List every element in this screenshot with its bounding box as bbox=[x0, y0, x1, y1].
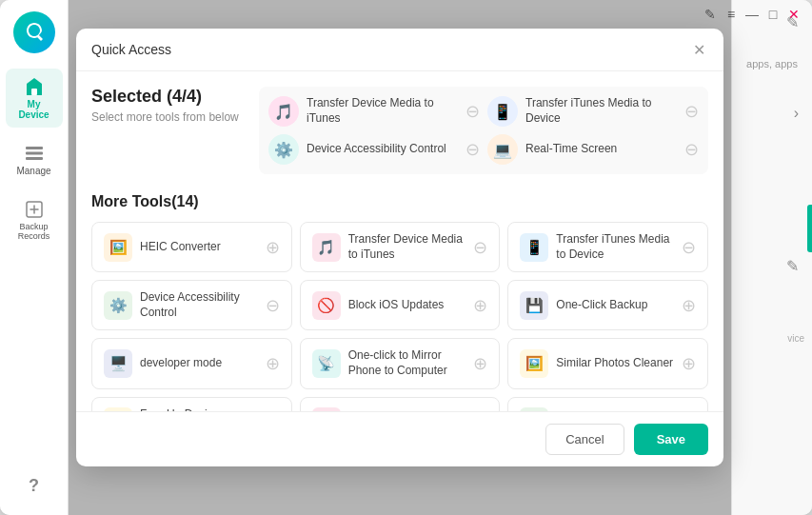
remove-tool-1-btn[interactable]: ⊖ bbox=[684, 101, 699, 122]
remove-tool-3-btn[interactable]: ⊖ bbox=[684, 139, 699, 160]
tool-icon-backup: 💾 bbox=[520, 291, 548, 320]
selected-tool-icon-toggle: ⚙️ bbox=[268, 134, 299, 165]
tool-icon-music2: 🎵 bbox=[312, 233, 341, 262]
svg-rect-2 bbox=[26, 152, 43, 155]
tool-remove-3-btn[interactable]: ⊖ bbox=[266, 295, 280, 316]
modal-close-button[interactable]: ✕ bbox=[689, 40, 708, 59]
right-panel: ✎ › apps, apps ✎ vice bbox=[731, 0, 812, 515]
sidebar-item-backup-records[interactable]: Backup Records bbox=[6, 191, 63, 248]
tool-item-developer-mode[interactable]: 🖥️ developer mode ⊕ bbox=[91, 338, 292, 388]
selected-section: Selected (4/4) Select more tools from be… bbox=[91, 87, 708, 174]
modal-header: Quick Access ✕ bbox=[76, 29, 723, 71]
close-button[interactable]: ✕ bbox=[787, 8, 801, 21]
edit-icon-middle: ✎ bbox=[786, 257, 799, 275]
tool-icon-device: ⚙️ bbox=[104, 291, 132, 320]
tool-icon-photos: 🖼️ bbox=[520, 349, 548, 378]
tool-item-heic[interactable]: 🖼️ HEIC Converter ⊕ bbox=[91, 222, 292, 272]
tool-add-0-btn[interactable]: ⊕ bbox=[266, 237, 280, 258]
tool-item-accessibility[interactable]: ⚙️ Device Accessibility Control ⊖ bbox=[91, 280, 292, 330]
remove-tool-0-btn[interactable]: ⊖ bbox=[465, 101, 480, 122]
right-device-text: vice bbox=[787, 333, 804, 344]
remove-tool-2-btn[interactable]: ⊖ bbox=[465, 139, 480, 160]
tool-remove-2-btn[interactable]: ⊖ bbox=[682, 237, 696, 258]
selected-info: Selected (4/4) Select more tools from be… bbox=[91, 87, 244, 174]
selected-tool-icon-music: 🎵 bbox=[268, 96, 299, 127]
selected-tool-label-2: Device Accessibility Control bbox=[307, 142, 458, 157]
tool-label-5: One-Click Backup bbox=[556, 298, 674, 313]
right-arrow-icon[interactable]: › bbox=[794, 105, 799, 122]
tool-add-6-btn[interactable]: ⊕ bbox=[266, 353, 280, 374]
modal-title: Quick Access bbox=[91, 42, 171, 57]
selected-tool-icon-screen: 💻 bbox=[487, 134, 518, 165]
selected-subtitle: Select more tools from below bbox=[91, 110, 244, 124]
selected-tool-item: 🎵 Transfer Device Media to iTunes ⊖ bbox=[268, 96, 480, 127]
tool-item-photos-cleaner[interactable]: 🖼️ Similar Photos Cleaner ⊕ bbox=[507, 338, 708, 388]
tool-icon-dev: 🖥️ bbox=[104, 349, 132, 378]
tool-label-3: Device Accessibility Control bbox=[140, 290, 258, 320]
tool-label-7: One-click to Mirror Phone to Computer bbox=[348, 348, 466, 378]
tool-item-transfer-media[interactable]: 🎵 Transfer Device Media to iTunes ⊖ bbox=[300, 222, 501, 272]
selected-tool-item: 📱 Transfer iTunes Media to Device ⊖ bbox=[487, 96, 699, 127]
cancel-button[interactable]: Cancel bbox=[545, 424, 624, 455]
tool-icon-block: 🚫 bbox=[312, 291, 341, 320]
svg-rect-0 bbox=[31, 89, 37, 95]
modal-body: Selected (4/4) Select more tools from be… bbox=[76, 71, 723, 411]
tool-icon-mirror: 📡 bbox=[312, 349, 341, 378]
sidebar-item-backup-records-label: Backup Records bbox=[11, 222, 57, 241]
selected-tool-label-3: Real-Time Screen bbox=[525, 142, 677, 157]
tool-label-1: Transfer Device Media to iTunes bbox=[348, 232, 466, 262]
svg-rect-3 bbox=[26, 157, 43, 160]
tool-item-block-ios[interactable]: 🚫 Block iOS Updates ⊕ bbox=[300, 280, 501, 330]
selected-tool-label-0: Transfer Device Media to iTunes bbox=[307, 96, 458, 126]
selected-tool-item: 💻 Real-Time Screen ⊖ bbox=[487, 134, 699, 165]
more-tools-title: More Tools(14) bbox=[91, 193, 708, 210]
tool-item-free-storage[interactable]: 🧹 Free Up Device Storage ⊕ bbox=[91, 397, 292, 411]
maximize-button[interactable]: □ bbox=[766, 8, 780, 21]
tool-label-2: Transfer iTunes Media to Device bbox=[556, 232, 674, 262]
tool-label-0: HEIC Converter bbox=[140, 240, 258, 255]
app-logo bbox=[13, 11, 55, 53]
main-content: ✎ › apps, apps ✎ vice ✎ ≡ — □ ✕ Quick Ac… bbox=[69, 0, 812, 515]
tool-add-8-btn[interactable]: ⊕ bbox=[682, 353, 696, 374]
sidebar-item-manage-label: Manage bbox=[16, 166, 50, 176]
save-button[interactable]: Save bbox=[634, 424, 708, 455]
selected-tool-icon-itunes: 📱 bbox=[487, 96, 518, 127]
modal-overlay: Quick Access ✕ Selected (4/4) Select mor… bbox=[69, 0, 731, 515]
modal-footer: Cancel Save bbox=[76, 411, 723, 466]
tool-item-transfer-itunes[interactable]: 📱 Transfer iTunes Media to Device ⊖ bbox=[507, 222, 708, 272]
minimize-button[interactable]: — bbox=[745, 8, 759, 21]
more-tools-grid: 🖼️ HEIC Converter ⊕ 🎵 Transfer Device Me… bbox=[91, 222, 708, 411]
app-window: My Device Manage Backup Records ? bbox=[0, 0, 812, 515]
tool-item-whatsapp[interactable]: 💬 WhatsApp Transfer ⊕ bbox=[507, 397, 708, 411]
right-panel-text: apps, apps bbox=[746, 57, 798, 70]
teal-accent-bar bbox=[807, 205, 812, 252]
tool-add-5-btn[interactable]: ⊕ bbox=[682, 295, 696, 316]
tool-add-7-btn[interactable]: ⊕ bbox=[473, 353, 487, 374]
tool-item-realtime-screen[interactable]: 💻 Real-Time Screen ⊖ bbox=[300, 397, 501, 411]
sidebar-item-manage[interactable]: Manage bbox=[6, 135, 63, 184]
tool-label-8: Similar Photos Cleaner bbox=[556, 356, 674, 371]
tool-add-4-btn[interactable]: ⊕ bbox=[473, 295, 487, 316]
tool-label-4: Block iOS Updates bbox=[348, 298, 466, 313]
tool-icon-heic: 🖼️ bbox=[104, 233, 132, 262]
sidebar-item-help[interactable]: ? bbox=[6, 468, 63, 504]
tool-icon-itunes2: 📱 bbox=[520, 233, 548, 262]
tool-remove-1-btn[interactable]: ⊖ bbox=[473, 237, 487, 258]
sidebar-item-my-device[interactable]: My Device bbox=[6, 69, 63, 128]
sidebar: My Device Manage Backup Records ? bbox=[0, 0, 69, 515]
selected-tool-item: ⚙️ Device Accessibility Control ⊖ bbox=[268, 134, 480, 165]
tool-item-mirror[interactable]: 📡 One-click to Mirror Phone to Computer … bbox=[300, 338, 501, 388]
selected-title: Selected (4/4) bbox=[91, 87, 244, 107]
sidebar-item-my-device-label: My Device bbox=[11, 99, 57, 120]
svg-rect-1 bbox=[26, 147, 43, 149]
tool-item-one-click-backup[interactable]: 💾 One-Click Backup ⊕ bbox=[507, 280, 708, 330]
tool-label-6: developer mode bbox=[140, 356, 258, 371]
help-icon: ? bbox=[29, 476, 39, 496]
selected-tool-label-1: Transfer iTunes Media to Device bbox=[525, 96, 677, 126]
selected-tools-grid: 🎵 Transfer Device Media to iTunes ⊖ 📱 Tr… bbox=[259, 87, 708, 174]
quick-access-modal: Quick Access ✕ Selected (4/4) Select mor… bbox=[76, 29, 723, 466]
